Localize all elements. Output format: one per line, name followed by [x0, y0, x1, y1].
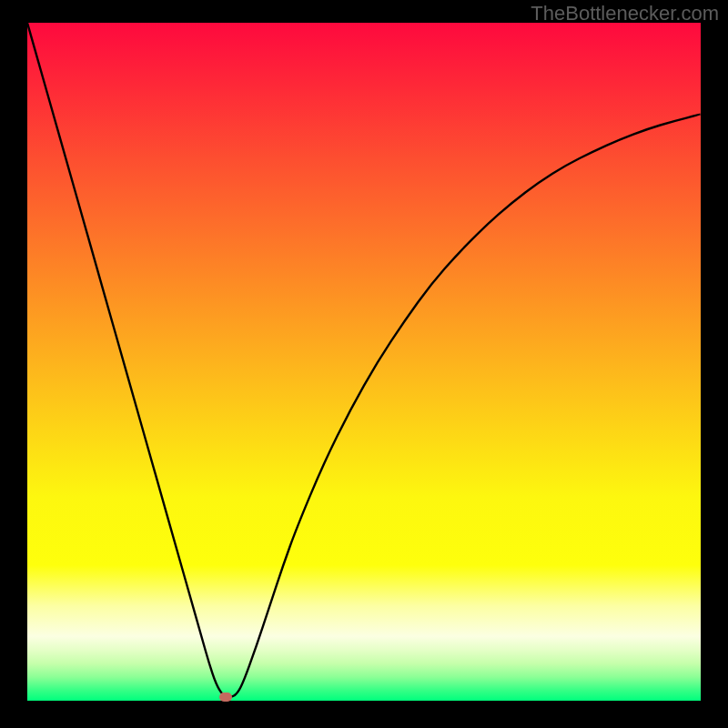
- curve-layer: [27, 23, 701, 701]
- chart-stage: TheBottlenecker.com: [0, 0, 728, 728]
- optimal-point-marker: [219, 693, 232, 702]
- plot-area: [27, 23, 701, 701]
- bottleneck-curve: [27, 23, 701, 697]
